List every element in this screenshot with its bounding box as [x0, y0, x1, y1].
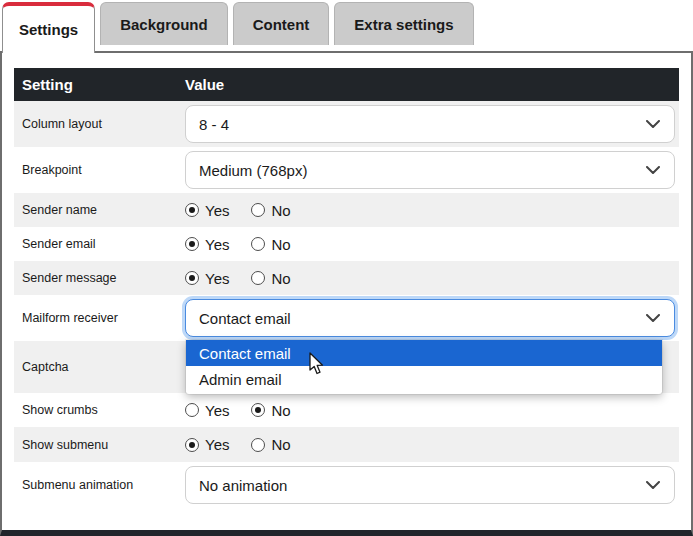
tab-background-label: Background [120, 16, 208, 33]
radio-unchecked-icon[interactable] [251, 237, 265, 251]
column-header-setting: Setting [14, 76, 185, 93]
setting-label: Show submenu [14, 438, 185, 452]
radio-unchecked-icon[interactable] [251, 271, 265, 285]
show-crumbs-radio-yes[interactable]: Yes [185, 402, 229, 419]
mailform-receiver-select[interactable]: Contact email [185, 299, 675, 337]
table-row-show-submenu: Show submenu Yes No [14, 427, 679, 462]
chevron-down-icon [646, 314, 660, 322]
radio-checked-icon[interactable] [185, 237, 199, 251]
tab-settings-label: Settings [19, 21, 78, 38]
sender-email-radio-no[interactable]: No [251, 236, 290, 253]
setting-label: Sender email [14, 237, 185, 251]
sender-name-radio-no[interactable]: No [251, 202, 290, 219]
tab-settings[interactable]: Settings [2, 2, 95, 53]
tab-content[interactable]: Content [233, 2, 330, 45]
radio-unchecked-icon[interactable] [251, 438, 265, 452]
tab-extra-settings[interactable]: Extra settings [334, 2, 473, 45]
radio-checked-icon[interactable] [251, 403, 265, 417]
tab-bar: Settings Background Content Extra settin… [2, 2, 479, 53]
sender-email-radio-yes[interactable]: Yes [185, 236, 229, 253]
column-layout-select-value: 8 - 4 [199, 116, 229, 133]
sender-message-radio-yes[interactable]: Yes [185, 270, 229, 287]
setting-label: Column layout [14, 117, 185, 131]
settings-table: Setting Value Column layout 8 - 4 Breakp… [14, 68, 679, 508]
show-crumbs-radio-no[interactable]: No [251, 402, 290, 419]
setting-label: Show crumbs [14, 403, 185, 417]
radio-checked-icon[interactable] [185, 438, 199, 452]
column-layout-select[interactable]: 8 - 4 [185, 105, 675, 143]
radio-unchecked-icon[interactable] [251, 203, 265, 217]
chevron-down-icon [646, 120, 660, 128]
setting-label: Breakpoint [14, 163, 185, 177]
radio-checked-icon[interactable] [185, 203, 199, 217]
submenu-animation-select-value: No animation [199, 477, 287, 494]
table-row-sender-name: Sender name Yes No [14, 193, 679, 227]
setting-label: Captcha [14, 360, 185, 374]
mailform-receiver-dropdown-list: Contact email Admin email [186, 340, 662, 394]
setting-label: Sender message [14, 271, 185, 285]
dropdown-option-admin-email[interactable]: Admin email [186, 366, 662, 392]
settings-pane: Setting Value Column layout 8 - 4 Breakp… [0, 51, 693, 536]
show-submenu-radio-yes[interactable]: Yes [185, 436, 229, 453]
mailform-receiver-select-value: Contact email [199, 310, 291, 327]
tab-content-label: Content [253, 16, 310, 33]
sender-name-radio-yes[interactable]: Yes [185, 202, 229, 219]
table-row-mailform-receiver: Mailform receiver Contact email [14, 295, 679, 341]
dropdown-option-label: Contact email [199, 345, 291, 362]
table-row-breakpoint: Breakpoint Medium (768px) [14, 147, 679, 193]
chevron-down-icon [646, 481, 660, 489]
column-header-value: Value [185, 76, 679, 93]
sender-message-radio-no[interactable]: No [251, 270, 290, 287]
dropdown-option-contact-email[interactable]: Contact email [186, 340, 662, 366]
table-row-column-layout: Column layout 8 - 4 [14, 101, 679, 147]
show-submenu-radio-no[interactable]: No [251, 436, 290, 453]
table-header-row: Setting Value [14, 68, 679, 101]
dropdown-option-label: Admin email [199, 371, 282, 388]
radio-checked-icon[interactable] [185, 271, 199, 285]
breakpoint-select-value: Medium (768px) [199, 162, 307, 179]
table-row-sender-message: Sender message Yes No [14, 261, 679, 295]
chevron-down-icon [646, 166, 660, 174]
setting-label: Sender name [14, 203, 185, 217]
table-row-show-crumbs: Show crumbs Yes No [14, 393, 679, 427]
setting-label: Submenu animation [14, 478, 185, 492]
setting-label: Mailform receiver [14, 311, 185, 325]
tab-background[interactable]: Background [100, 2, 228, 45]
radio-unchecked-icon[interactable] [185, 403, 199, 417]
submenu-animation-select[interactable]: No animation [185, 466, 675, 504]
tab-extra-settings-label: Extra settings [354, 16, 453, 33]
table-row-submenu-animation: Submenu animation No animation [14, 462, 679, 508]
breakpoint-select[interactable]: Medium (768px) [185, 151, 675, 189]
table-row-sender-email: Sender email Yes No [14, 227, 679, 261]
